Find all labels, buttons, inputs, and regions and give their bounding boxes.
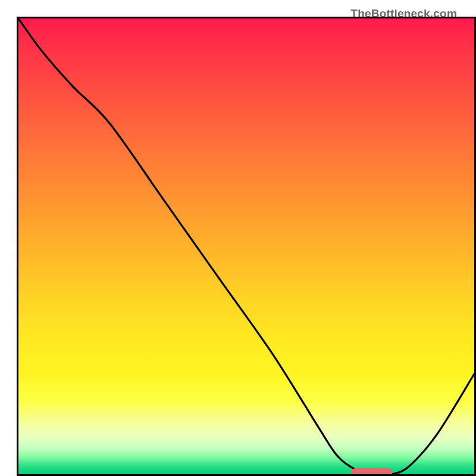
bottleneck-curve: [18, 18, 474, 474]
optimal-range-marker: [351, 468, 392, 476]
chart-frame: TheBottleneck.com: [0, 0, 476, 476]
curve-svg: [18, 18, 474, 474]
plot-area: [17, 17, 476, 476]
